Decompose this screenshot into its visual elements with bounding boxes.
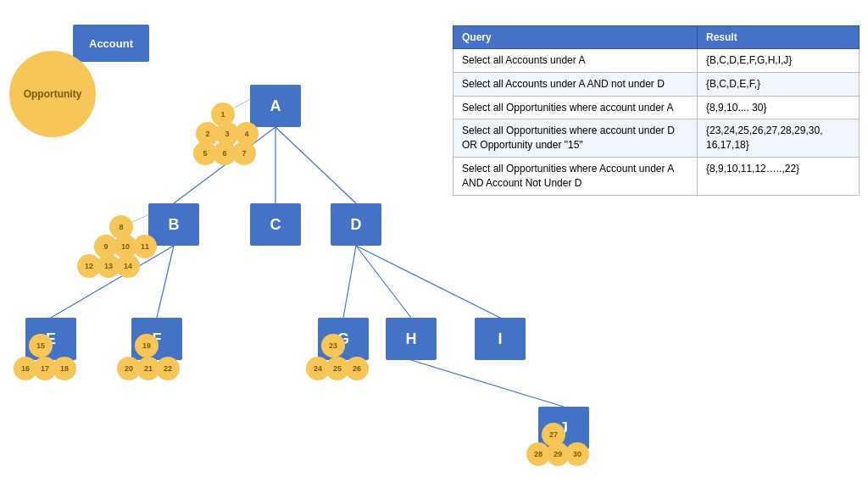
opportunity-node-18: 18 <box>53 357 76 380</box>
svg-line-4 <box>157 246 174 318</box>
account-node-d: D <box>331 203 381 246</box>
opportunity-node-7: 7 <box>232 141 256 165</box>
legend-account: Account <box>73 25 149 62</box>
table-row: Select all Accounts under A{B,C,D,E,F,G,… <box>453 49 860 73</box>
opportunity-node-26: 26 <box>345 357 369 380</box>
query-cell: Select all Accounts under A AND not unde… <box>453 72 698 96</box>
opportunity-node-14: 14 <box>116 254 140 278</box>
opportunity-node-30: 30 <box>565 442 589 466</box>
result-cell: {23,24,25,26,27,28,29,30, 16,17,18} <box>698 119 860 158</box>
table-row: Select all Accounts under A AND not unde… <box>453 72 860 96</box>
svg-line-5 <box>343 246 356 318</box>
svg-line-8 <box>411 360 564 407</box>
svg-line-6 <box>356 246 411 318</box>
table-row: Select all Opportunities where account u… <box>453 96 860 119</box>
opportunity-node-15: 15 <box>29 334 53 358</box>
query-cell: Select all Accounts under A <box>453 49 698 73</box>
legend-opportunity: Opportunity <box>9 51 96 137</box>
diagram-area: Account Opportunity Query <box>0 0 868 488</box>
svg-line-7 <box>356 246 500 318</box>
result-cell: {8,9,10.... 30} <box>698 96 860 119</box>
col-query: Query <box>453 26 698 49</box>
result-cell: {B,C,D,E,F,G,H,I,J} <box>698 49 860 73</box>
account-node-a: A <box>250 85 301 127</box>
opportunity-node-23: 23 <box>321 334 345 358</box>
svg-line-2 <box>275 127 356 203</box>
account-node-i: I <box>475 318 526 360</box>
table-row: Select all Opportunities where account u… <box>453 119 860 158</box>
query-cell: Select all Opportunities where account u… <box>453 119 698 158</box>
col-result: Result <box>698 26 860 49</box>
account-node-c: C <box>250 203 301 246</box>
query-cell: Select all Opportunities where account u… <box>453 96 698 119</box>
account-node-h: H <box>386 318 437 360</box>
opportunity-node-19: 19 <box>135 334 159 358</box>
result-cell: {8,9,10,11,12…..,22} <box>698 157 860 195</box>
query-cell: Select all Opportunities where Account u… <box>453 157 698 195</box>
table-row: Select all Opportunities where Account u… <box>453 157 860 195</box>
opportunity-node-11: 11 <box>133 235 157 258</box>
query-table: Query Result Select all Accounts under A… <box>453 25 860 196</box>
account-node-b: B <box>148 203 199 246</box>
result-cell: {B,C,D,E,F,} <box>698 72 860 96</box>
opportunity-node-22: 22 <box>156 357 180 380</box>
